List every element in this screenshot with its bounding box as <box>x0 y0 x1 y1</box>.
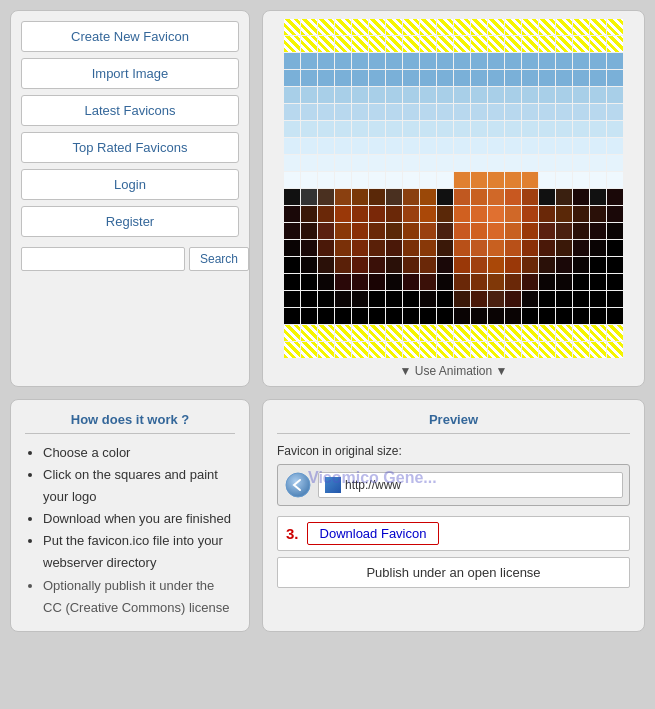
grid-cell[interactable] <box>539 274 555 290</box>
grid-cell[interactable] <box>369 121 385 137</box>
grid-cell[interactable] <box>369 19 385 35</box>
grid-cell[interactable] <box>386 308 402 324</box>
grid-cell[interactable] <box>590 87 606 103</box>
grid-cell[interactable] <box>403 19 419 35</box>
grid-cell[interactable] <box>522 308 538 324</box>
grid-cell[interactable] <box>335 87 351 103</box>
grid-cell[interactable] <box>335 240 351 256</box>
grid-cell[interactable] <box>335 53 351 69</box>
grid-cell[interactable] <box>301 257 317 273</box>
grid-cell[interactable] <box>420 70 436 86</box>
grid-cell[interactable] <box>335 291 351 307</box>
grid-cell[interactable] <box>454 189 470 205</box>
grid-cell[interactable] <box>284 87 300 103</box>
favicon-grid[interactable] <box>284 19 623 358</box>
grid-cell[interactable] <box>318 257 334 273</box>
grid-cell[interactable] <box>471 87 487 103</box>
grid-cell[interactable] <box>369 291 385 307</box>
grid-cell[interactable] <box>522 121 538 137</box>
grid-cell[interactable] <box>539 291 555 307</box>
grid-cell[interactable] <box>556 223 572 239</box>
grid-cell[interactable] <box>522 291 538 307</box>
grid-cell[interactable] <box>318 240 334 256</box>
grid-cell[interactable] <box>488 70 504 86</box>
login-button[interactable]: Login <box>21 169 239 200</box>
grid-cell[interactable] <box>539 223 555 239</box>
browser-url-bar[interactable]: http://www <box>318 472 623 498</box>
grid-cell[interactable] <box>284 19 300 35</box>
grid-cell[interactable] <box>369 53 385 69</box>
grid-cell[interactable] <box>454 325 470 341</box>
grid-cell[interactable] <box>420 240 436 256</box>
grid-cell[interactable] <box>573 53 589 69</box>
grid-cell[interactable] <box>539 19 555 35</box>
grid-cell[interactable] <box>386 257 402 273</box>
grid-cell[interactable] <box>420 325 436 341</box>
grid-cell[interactable] <box>607 19 623 35</box>
grid-cell[interactable] <box>437 291 453 307</box>
grid-cell[interactable] <box>318 223 334 239</box>
grid-cell[interactable] <box>403 138 419 154</box>
grid-cell[interactable] <box>369 155 385 171</box>
grid-cell[interactable] <box>556 172 572 188</box>
grid-cell[interactable] <box>471 155 487 171</box>
grid-cell[interactable] <box>403 257 419 273</box>
grid-cell[interactable] <box>284 53 300 69</box>
grid-cell[interactable] <box>488 87 504 103</box>
grid-cell[interactable] <box>318 189 334 205</box>
grid-cell[interactable] <box>522 325 538 341</box>
grid-cell[interactable] <box>522 19 538 35</box>
grid-cell[interactable] <box>318 155 334 171</box>
grid-cell[interactable] <box>556 257 572 273</box>
grid-cell[interactable] <box>437 172 453 188</box>
grid-cell[interactable] <box>522 155 538 171</box>
grid-cell[interactable] <box>420 274 436 290</box>
grid-cell[interactable] <box>556 121 572 137</box>
grid-cell[interactable] <box>318 291 334 307</box>
grid-cell[interactable] <box>403 36 419 52</box>
grid-cell[interactable] <box>505 172 521 188</box>
grid-cell[interactable] <box>437 138 453 154</box>
grid-cell[interactable] <box>454 87 470 103</box>
grid-cell[interactable] <box>471 138 487 154</box>
grid-cell[interactable] <box>284 308 300 324</box>
grid-cell[interactable] <box>335 121 351 137</box>
grid-cell[interactable] <box>284 104 300 120</box>
grid-cell[interactable] <box>454 36 470 52</box>
grid-cell[interactable] <box>369 138 385 154</box>
grid-cell[interactable] <box>539 172 555 188</box>
grid-cell[interactable] <box>352 70 368 86</box>
grid-cell[interactable] <box>471 189 487 205</box>
grid-cell[interactable] <box>386 240 402 256</box>
grid-cell[interactable] <box>590 53 606 69</box>
grid-cell[interactable] <box>488 155 504 171</box>
grid-cell[interactable] <box>301 291 317 307</box>
grid-cell[interactable] <box>352 291 368 307</box>
grid-cell[interactable] <box>454 240 470 256</box>
grid-cell[interactable] <box>454 104 470 120</box>
grid-cell[interactable] <box>284 36 300 52</box>
grid-cell[interactable] <box>369 240 385 256</box>
grid-cell[interactable] <box>522 257 538 273</box>
grid-cell[interactable] <box>539 308 555 324</box>
grid-cell[interactable] <box>607 257 623 273</box>
grid-cell[interactable] <box>471 308 487 324</box>
grid-cell[interactable] <box>335 206 351 222</box>
grid-cell[interactable] <box>318 342 334 358</box>
grid-cell[interactable] <box>352 240 368 256</box>
grid-cell[interactable] <box>437 70 453 86</box>
grid-cell[interactable] <box>301 172 317 188</box>
grid-cell[interactable] <box>505 223 521 239</box>
grid-cell[interactable] <box>454 274 470 290</box>
grid-cell[interactable] <box>539 342 555 358</box>
grid-cell[interactable] <box>590 36 606 52</box>
grid-cell[interactable] <box>505 121 521 137</box>
grid-cell[interactable] <box>318 308 334 324</box>
grid-cell[interactable] <box>505 240 521 256</box>
grid-cell[interactable] <box>471 223 487 239</box>
grid-cell[interactable] <box>522 87 538 103</box>
grid-cell[interactable] <box>386 155 402 171</box>
grid-cell[interactable] <box>352 325 368 341</box>
grid-cell[interactable] <box>573 223 589 239</box>
search-button[interactable]: Search <box>189 247 249 271</box>
